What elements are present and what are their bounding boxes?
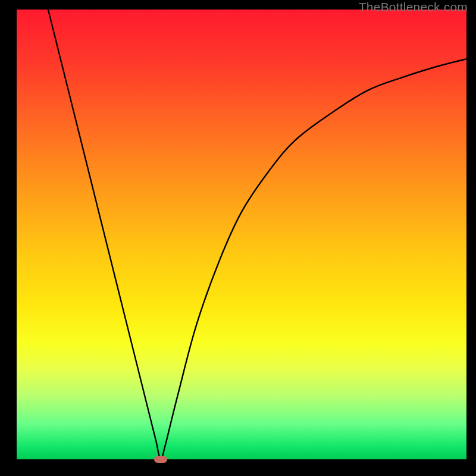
optimum-marker — [154, 456, 167, 463]
watermark-text: TheBottleneck.com — [359, 0, 468, 14]
chart-frame: TheBottleneck.com — [0, 0, 476, 476]
curve-path — [48, 10, 466, 459]
plot-area — [17, 10, 466, 459]
bottleneck-curve — [17, 10, 466, 459]
